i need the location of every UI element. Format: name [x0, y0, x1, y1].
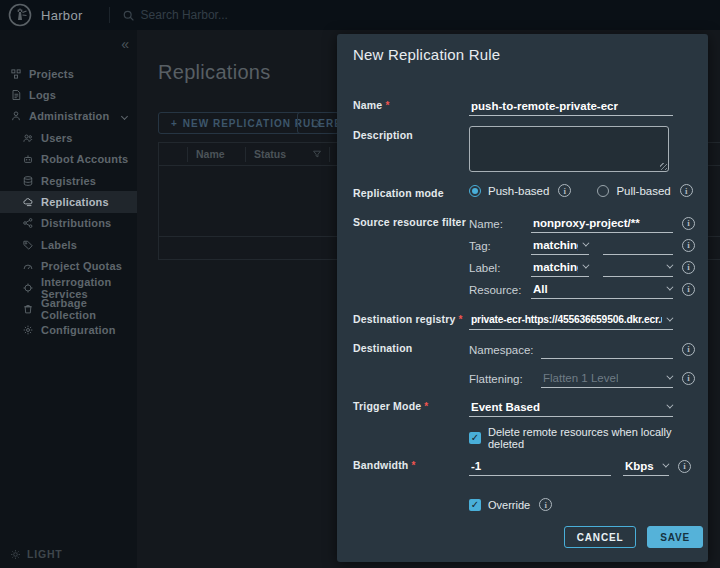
page-title: Replications — [158, 61, 271, 84]
namespace-input[interactable] — [541, 339, 673, 359]
destination-label: Destination — [353, 339, 469, 354]
field-row-namespace: Destination Namespace: i — [353, 339, 698, 359]
sidebar-nav: Projects Logs Administration Users Robot… — [0, 63, 137, 341]
cancel-button[interactable]: CANCEL — [564, 526, 636, 548]
pull-based-label: Pull-based — [616, 185, 670, 197]
source-resource-filter-label: Source resource filter — [353, 213, 469, 228]
sidebar-item-label: Garbage Collection — [41, 297, 137, 321]
filter-label-mode-select[interactable]: matching — [531, 257, 589, 277]
search-input[interactable]: Search Harbor... — [141, 8, 228, 22]
bandwidth-info-icon[interactable]: i — [678, 460, 691, 473]
filter-tag-input[interactable] — [603, 235, 673, 255]
sidebar-item-users[interactable]: Users — [0, 127, 137, 148]
harbor-logo[interactable] — [8, 3, 32, 27]
chevron-down-icon — [121, 113, 128, 120]
field-row-filter-label: Label: matching i — [353, 257, 698, 277]
filter-resource-info-icon[interactable]: i — [682, 283, 695, 296]
replications-icon — [22, 196, 34, 208]
chevron-down-icon — [666, 262, 673, 269]
filter-tag-label: Tag: — [469, 238, 531, 252]
sidebar-item-replications[interactable]: Replications — [0, 191, 137, 212]
filter-label-info-icon[interactable]: i — [682, 261, 695, 274]
plus-icon: + — [171, 118, 178, 129]
filter-tag-mode-select[interactable]: matching — [531, 235, 589, 255]
theme-toggle-label: LIGHT — [27, 548, 63, 560]
sidebar-item-configuration[interactable]: Configuration — [0, 320, 137, 341]
table-header-status[interactable]: Status — [245, 147, 329, 162]
description-textarea[interactable] — [469, 126, 669, 172]
save-button[interactable]: SAVE — [647, 526, 703, 548]
filter-resource-select[interactable]: All — [531, 279, 673, 299]
name-input[interactable] — [469, 96, 673, 116]
sidebar-item-registries[interactable]: Registries — [0, 170, 137, 191]
filter-resource-label: Resource: — [469, 282, 531, 296]
sidebar-item-distributions[interactable]: Distributions — [0, 213, 137, 234]
description-label: Description — [353, 126, 469, 141]
namespace-label: Namespace: — [469, 342, 541, 356]
new-replication-rule-modal: New Replication Rule Name Description Re… — [337, 34, 708, 562]
pull-based-radio[interactable] — [597, 185, 609, 197]
sidebar-item-label: Administration — [29, 110, 109, 122]
collapse-sidebar-icon[interactable]: « — [121, 36, 129, 52]
push-based-info-icon[interactable]: i — [558, 184, 571, 197]
topbar-divider — [109, 7, 110, 23]
sidebar-item-garbage-collection[interactable]: Garbage Collection — [0, 298, 137, 319]
table-select-column[interactable] — [159, 147, 187, 162]
modal-title: New Replication Rule — [353, 46, 500, 63]
brand-title: Harbor — [41, 8, 83, 23]
filter-label-value-select[interactable] — [603, 257, 673, 277]
filter-name-label: Name: — [469, 216, 531, 230]
filter-name-info-icon[interactable]: i — [682, 217, 695, 230]
bandwidth-input[interactable] — [469, 456, 611, 476]
destination-registry-select[interactable]: private-ecr-https://455636659506.dkr.ecr… — [469, 310, 673, 330]
filter-icon[interactable] — [312, 149, 322, 159]
trigger-mode-select[interactable]: Event Based — [469, 397, 673, 417]
sidebar-item-administration[interactable]: Administration — [0, 106, 137, 127]
project-quotas-icon — [22, 260, 34, 272]
search-icon — [122, 9, 135, 22]
filter-name-input[interactable] — [531, 213, 673, 233]
field-row-description: Description — [353, 126, 698, 172]
namespace-info-icon[interactable]: i — [682, 343, 695, 356]
pull-based-info-icon[interactable]: i — [680, 184, 693, 197]
field-row-trigger-mode: Trigger Mode Event Based — [353, 397, 698, 417]
interrogation-services-icon — [22, 282, 34, 294]
administration-icon — [10, 110, 22, 122]
bandwidth-unit-select[interactable]: Kbps — [623, 456, 669, 476]
destination-registry-label: Destination registry — [353, 310, 469, 325]
override-info-icon[interactable]: i — [539, 498, 552, 511]
filter-tag-info-icon[interactable]: i — [682, 239, 695, 252]
sidebar-item-label: Labels — [41, 239, 77, 251]
harbor-app: Harbor Search Harbor... « Projects Logs … — [0, 0, 720, 568]
flattening-label: Flattening: — [469, 371, 541, 385]
delete-remote-checkbox[interactable]: ✓ — [469, 432, 481, 444]
sidebar-item-label: Robot Accounts — [41, 153, 128, 165]
chevron-down-icon — [666, 315, 673, 322]
sidebar-item-project-quotas[interactable]: Project Quotas — [0, 256, 137, 277]
sidebar-item-label: Distributions — [41, 217, 111, 229]
sidebar-item-label: Registries — [41, 175, 96, 187]
push-based-label: Push-based — [488, 185, 549, 197]
delete-remote-label: Delete remote resources when locally del… — [488, 426, 698, 450]
field-row-destination-registry: Destination registry private-ecr-https:/… — [353, 310, 698, 330]
sidebar-item-logs[interactable]: Logs — [0, 84, 137, 105]
table-header-name[interactable]: Name — [187, 147, 245, 162]
sidebar-item-label: Replications — [41, 196, 109, 208]
field-row-filter-tag: Tag: matching i — [353, 235, 698, 255]
flattening-select[interactable]: Flatten 1 Level — [541, 368, 673, 388]
override-checkbox[interactable]: ✓ — [469, 499, 481, 511]
chevron-down-icon — [662, 461, 669, 468]
topbar: Harbor Search Harbor... — [0, 0, 720, 30]
sidebar-item-interrogation-services[interactable]: Interrogation Services — [0, 277, 137, 298]
replication-mode-label: Replication mode — [353, 184, 469, 199]
push-based-radio[interactable] — [469, 185, 481, 197]
sidebar-item-labels[interactable]: Labels — [0, 234, 137, 255]
projects-icon — [10, 68, 22, 80]
sidebar-item-label: Project Quotas — [41, 260, 122, 272]
sidebar-item-robot-accounts[interactable]: Robot Accounts — [0, 149, 137, 170]
theme-toggle[interactable]: LIGHT — [10, 548, 63, 560]
field-row-filter-resource: Resource: All i — [353, 279, 698, 299]
sidebar-item-projects[interactable]: Projects — [0, 63, 137, 84]
logs-icon — [10, 89, 22, 101]
flattening-info-icon[interactable]: i — [682, 372, 695, 385]
